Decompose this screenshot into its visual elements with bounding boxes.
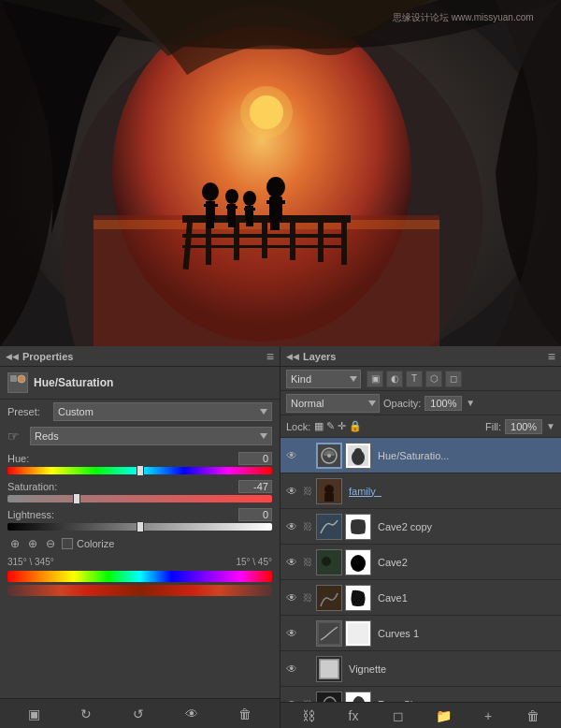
preset-row: Preset: Custom Default [0, 400, 280, 424]
layer-row[interactable]: 👁 Hue/Saturatio [280, 438, 561, 473]
hand-tool-icon[interactable]: ☞ [7, 429, 26, 444]
lock-transparent-btn[interactable]: ▦ [314, 420, 324, 432]
blend-mode-select[interactable]: Normal Multiply Screen Overlay [286, 394, 380, 413]
layer-thumbnail [316, 692, 342, 703]
pixel-filter-btn[interactable]: ▣ [367, 371, 383, 387]
layer-link-icon [302, 626, 313, 641]
cycle-btn[interactable]: ↻ [80, 706, 92, 721]
range-right: 15° \ 45° [236, 557, 272, 567]
layer-mask-thumbnail [345, 692, 371, 703]
svg-rect-32 [250, 219, 253, 226]
lock-move-btn[interactable]: ✛ [338, 420, 346, 432]
delete-btn[interactable]: 🗑 [238, 706, 252, 721]
channel-select[interactable]: Reds Yellows Greens Cyans Blues Magentas [30, 427, 272, 445]
spectrum-bar-top [7, 571, 272, 582]
hue-value[interactable]: 0 [238, 452, 272, 465]
shape-filter-btn[interactable]: ⬡ [425, 371, 442, 387]
opacity-arrow-btn[interactable]: ▼ [466, 398, 475, 408]
svg-rect-37 [275, 219, 280, 230]
layer-link-icon: ⛓ [302, 484, 313, 499]
lightness-label: Lightness: [7, 509, 54, 520]
visibility-btn[interactable]: 👁 [185, 706, 198, 721]
hue-label: Hue: [7, 453, 29, 464]
new-group-btn[interactable]: 📁 [434, 706, 453, 725]
properties-menu-btn[interactable]: ≡ [266, 349, 274, 364]
svg-point-33 [266, 177, 285, 197]
text-filter-btn[interactable]: T [406, 371, 423, 387]
link-layers-btn[interactable]: ⛓ [299, 706, 318, 725]
properties-title: Properties [22, 351, 73, 362]
layer-name: Curves 1 [374, 628, 557, 639]
eyedropper-btn[interactable]: ⊕ [7, 536, 22, 551]
svg-rect-35 [266, 200, 285, 204]
layer-row[interactable]: 👁 Curves 1 [280, 616, 561, 651]
layer-thumbnail [316, 514, 342, 540]
layer-link-icon: ⛓ [302, 555, 313, 570]
layer-visibility-toggle[interactable]: 👁 [284, 590, 299, 605]
layer-row[interactable]: 👁 ⛓ Face Shape [280, 687, 561, 702]
smartobj-filter-btn[interactable]: ◻ [445, 371, 462, 387]
lock-all-btn[interactable]: 🔒 [349, 420, 362, 432]
layer-thumbnail [316, 620, 342, 647]
saturation-value[interactable]: -47 [238, 480, 272, 493]
saturation-slider-thumb[interactable] [73, 493, 80, 504]
opacity-input[interactable]: 100% [424, 396, 462, 411]
properties-panel: ◀◀ Properties ≡ Hue/Saturation Preset: C… [0, 346, 280, 728]
layer-visibility-toggle[interactable]: 👁 [284, 626, 299, 641]
lightness-slider-thumb[interactable] [137, 521, 144, 532]
preset-select[interactable]: Custom Default [53, 402, 272, 421]
layers-titlebar: ◀◀ Layers ≡ [280, 346, 561, 367]
fill-arrow-btn[interactable]: ▼ [546, 421, 555, 431]
add-mask-btn[interactable]: ▣ [28, 706, 40, 721]
kind-select[interactable]: Kind [286, 370, 361, 388]
layer-visibility-toggle[interactable]: 👁 [284, 519, 299, 534]
layers-lock-fill-row: Lock: ▦ ✎ ✛ 🔒 Fill: 100% ▼ [280, 415, 561, 438]
lightness-section: Lightness: 0 [0, 504, 280, 532]
svg-rect-15 [341, 223, 347, 265]
layers-panel: ◀◀ Layers ≡ Kind ▣ ◐ T ⬡ ◻ Normal Multip… [280, 346, 561, 728]
delete-layer-btn[interactable]: 🗑 [524, 706, 542, 725]
svg-rect-25 [226, 206, 237, 209]
hue-slider-thumb[interactable] [137, 465, 144, 476]
saturation-slider-track[interactable] [7, 495, 272, 502]
layer-row[interactable]: 👁 ⛓ Cave1 [280, 580, 561, 616]
range-row: 315° \ 345° 15° \ 45° [0, 555, 280, 569]
lightness-value[interactable]: 0 [238, 508, 272, 521]
layers-collapse-btn[interactable]: ◀◀ [286, 352, 299, 361]
layer-row[interactable]: 👁 ⛓ Cave2 [280, 545, 561, 580]
hue-section: Hue: 0 [0, 448, 280, 476]
adjustment-filter-btn[interactable]: ◐ [386, 371, 403, 387]
fill-input[interactable]: 100% [505, 419, 542, 434]
colorize-label: Colorize [77, 538, 114, 549]
svg-point-23 [225, 189, 238, 204]
layer-visibility-toggle[interactable]: 👁 [284, 662, 299, 677]
colorize-checkbox[interactable] [62, 538, 73, 549]
eyedropper-group: ⊕ ⊕ ⊖ [7, 536, 58, 551]
reset-btn[interactable]: ↺ [133, 706, 144, 721]
layers-toolbar: ⛓ fx ◻ 📁 + 🗑 [280, 702, 561, 728]
lock-icons: ▦ ✎ ✛ 🔒 [314, 420, 362, 432]
eyedropper-sub-btn[interactable]: ⊖ [43, 536, 58, 551]
layer-row[interactable]: 👁 ⛓ family_ [280, 473, 561, 509]
layer-visibility-toggle[interactable]: 👁 [284, 555, 299, 570]
layer-row[interactable]: 👁 Vignette [280, 651, 561, 687]
new-layer-btn[interactable]: + [479, 706, 497, 725]
svg-rect-21 [207, 219, 210, 228]
add-style-btn[interactable]: fx [344, 706, 363, 725]
layer-visibility-toggle[interactable]: 👁 [284, 448, 299, 463]
layer-visibility-toggle[interactable]: 👁 [284, 484, 299, 499]
layers-blend-row: Normal Multiply Screen Overlay Opacity: … [280, 391, 561, 415]
svg-rect-17 [182, 245, 346, 248]
svg-rect-48 [319, 517, 339, 537]
add-mask-layers-btn[interactable]: ◻ [389, 706, 408, 725]
svg-rect-14 [318, 223, 324, 262]
eyedropper-add-btn[interactable]: ⊕ [25, 536, 40, 551]
lightness-slider-track[interactable] [7, 523, 272, 531]
lock-pixels-btn[interactable]: ✎ [326, 420, 335, 432]
layer-row[interactable]: 👁 ⛓ Cave2 copy [280, 509, 561, 545]
layers-menu-btn[interactable]: ≡ [548, 349, 555, 364]
hue-slider-track[interactable] [7, 467, 272, 474]
preset-label: Preset: [7, 406, 50, 417]
properties-collapse-btn[interactable]: ◀◀ [6, 352, 19, 361]
hue-sat-icon [7, 372, 28, 393]
